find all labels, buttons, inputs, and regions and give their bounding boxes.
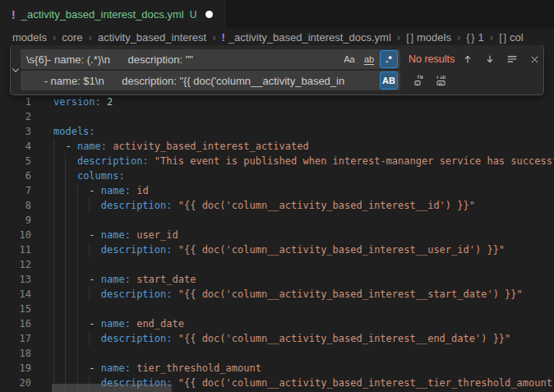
indent-guide [65,257,66,272]
yaml-file-icon: ! [222,31,224,44]
code-line[interactable]: 15 [0,302,554,316]
find-query-text: \s{6}- name: (.*)\n description: "" [26,53,339,66]
code-line[interactable]: 16 - name: end_date [0,316,554,331]
previous-match-arrow-up-icon[interactable] [459,50,477,68]
git-status-badge: U [190,9,197,21]
code-token: user_id [136,229,178,241]
indent-guide [53,213,54,228]
replace-row: - name: $1\n description: "{{ doc('colum… [21,71,543,90]
find-input[interactable]: \s{6}- name: (.*)\n description: "" Aa a… [21,49,400,69]
breadcrumb-separator-chevron-icon: › [457,31,460,44]
code-token: version: [53,96,101,108]
code-line[interactable]: 8 description: "{{ doc('column__activity… [0,198,554,213]
tab-activity-based-interest-docs[interactable]: ! _activity_based_interest_docs.yml U [0,0,225,29]
code-line-text: description: "This event is published wh… [53,154,554,168]
line-number: 7 [0,183,31,198]
breadcrumb-item[interactable]: activity_based_interest [98,31,206,44]
code-token: tier_threshold_amount [136,362,261,374]
line-number: 15 [0,302,31,316]
code-line[interactable]: 18 [0,346,554,361]
code-token: - [53,141,77,152]
code-token [53,155,77,167]
code-line[interactable]: 12 [0,257,554,272]
find-results-status: No results [409,53,455,65]
indent-guide [77,302,78,316]
code-token [173,244,178,256]
code-line[interactable]: 3models: [0,124,554,139]
find-row: \s{6}- name: (.*)\n description: "" Aa a… [21,49,543,69]
toggle-replace-chevron-down-icon[interactable] [11,45,21,95]
breadcrumb-separator-chevron-icon: › [397,31,400,44]
code-line[interactable]: 2 [0,109,554,124]
code-line-text: description: "{{ doc('column__activity_b… [53,331,510,346]
code-line[interactable]: 14 description: "{{ doc('column__activit… [0,287,554,302]
breadcrumb-item[interactable]: [ ]col [499,31,523,44]
code-area[interactable]: 1version: 223models:4 - name: activity_b… [0,95,554,390]
code-line-text: description: "{{ doc('column__activity_b… [53,287,523,302]
code-line[interactable]: 9 [0,213,554,228]
code-line[interactable]: 5 description: "This event is published … [0,154,554,168]
line-number: 5 [0,154,31,168]
line-number: 20 [0,376,31,390]
line-number: 13 [0,272,31,287]
horizontal-scrollbar-thumb[interactable] [52,384,172,392]
code-token: name: [101,318,131,330]
code-token: - [53,185,101,196]
breadcrumb-item[interactable]: [ ]models [406,31,451,44]
breadcrumb-item[interactable]: { }1 [466,31,484,44]
breadcrumb: models›core›activity_based_interest›!_ac… [0,29,554,45]
code-token: - [53,229,101,241]
code-line-text: description: "{{ doc('column__activity_b… [53,198,475,213]
symbol-array-icon: [ ] [406,31,413,44]
regex-toggle[interactable]: .* [380,50,398,68]
code-line[interactable]: 10 - name: user_id [0,228,554,242]
line-number: 4 [0,139,31,154]
indent-guide [53,346,54,361]
line-number: 14 [0,287,31,302]
code-token: "{{ doc('column__activity_based_interest… [178,244,505,256]
code-line[interactable]: 1version: 2 [0,95,554,109]
code-token: - [53,274,101,285]
code-line[interactable]: 19 - name: tier_threshold_amount [0,361,554,376]
whole-word-toggle[interactable]: ab [360,50,378,68]
breadcrumb-item-label: core [62,31,82,44]
code-token: "{{ doc('column__activity_based_interest… [178,288,523,300]
line-number: 3 [0,124,31,139]
line-number: 18 [0,346,31,361]
code-token: end_date [136,318,184,330]
preserve-case-toggle[interactable]: AB [380,71,398,90]
breadcrumb-item[interactable]: models [12,31,47,44]
code-line[interactable]: 17 description: "{{ doc('column__activit… [0,331,554,346]
replace-input[interactable]: - name: $1\n description: "{{ doc('colum… [21,71,400,90]
indent-guide [65,346,66,361]
next-match-arrow-down-icon[interactable] [481,50,499,68]
find-in-selection-icon[interactable] [503,50,521,68]
replace-all-icon[interactable]: ab ac [432,71,450,90]
match-case-toggle[interactable]: Aa [340,50,358,68]
breadcrumb-separator-chevron-icon: › [53,31,56,44]
code-token: 2 [107,96,113,108]
editor-pane[interactable]: \s{6}- name: (.*)\n description: "" Aa a… [0,45,554,392]
indent-guide [53,257,54,272]
code-token: description: [101,200,173,211]
breadcrumb-item[interactable]: !_activity_based_interest_docs.yml [222,31,391,44]
code-token: description: [77,155,149,167]
breadcrumb-item[interactable]: core [62,31,82,44]
code-line[interactable]: 11 description: "{{ doc('column__activit… [0,242,554,257]
yaml-file-icon: ! [12,8,16,21]
breadcrumb-item-label: 1 [478,31,484,44]
code-token: description: [101,333,173,344]
replace-one-icon[interactable]: fb c [410,71,428,90]
code-line[interactable]: 13 - name: start_date [0,272,554,287]
unsaved-changes-dot-icon[interactable] [205,11,213,18]
indent-guide [77,213,78,228]
line-number: 12 [0,257,31,272]
code-token [53,288,101,300]
code-line[interactable]: 7 - name: id [0,183,554,198]
code-token: "This event is published when interest-m… [155,155,554,167]
breadcrumb-separator-chevron-icon: › [89,31,92,44]
code-token: "{{ doc('column__activity_based_interest… [178,200,475,211]
close-find-widget-icon[interactable] [525,50,543,68]
code-line[interactable]: 4 - name: activity_based_interest_activa… [0,139,554,154]
code-line[interactable]: 6 columns: [0,168,554,183]
